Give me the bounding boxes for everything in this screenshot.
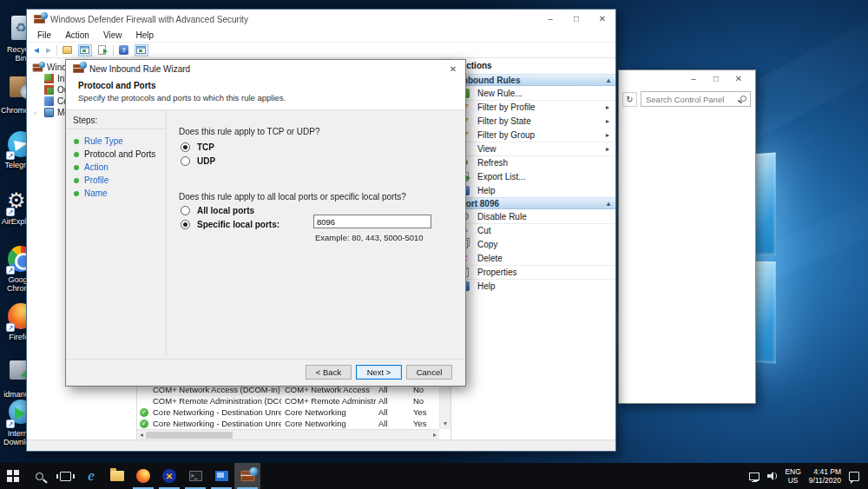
action-new-rule[interactable]: New Rule... bbox=[451, 86, 615, 100]
actions-title: Actions bbox=[451, 58, 615, 74]
action-export-list[interactable]: Export List... bbox=[451, 169, 615, 183]
action-label: Disable Rule bbox=[477, 212, 527, 221]
minimize-button[interactable]: – bbox=[537, 10, 563, 28]
close-button[interactable]: ✕ bbox=[727, 74, 750, 83]
enabled-check-icon: ✓ bbox=[140, 408, 148, 417]
action-filter-by-profile[interactable]: Filter by Profile ▸ bbox=[451, 100, 615, 114]
collapse-arrow-icon[interactable]: ▴ bbox=[607, 76, 610, 84]
scrollbar-thumb[interactable] bbox=[146, 432, 233, 439]
section-header-port-8096[interactable]: Port 8096 ▴ bbox=[451, 197, 615, 209]
specific-ports-input[interactable] bbox=[313, 215, 431, 228]
network-icon[interactable] bbox=[749, 472, 760, 480]
action-filter-by-group[interactable]: Filter by Group ▸ bbox=[451, 128, 615, 142]
radio-specific-local-ports[interactable]: Specific local ports: bbox=[181, 220, 279, 229]
action-delete[interactable]: ✕ Delete bbox=[451, 251, 615, 265]
taskbar-file-explorer[interactable] bbox=[104, 463, 130, 489]
help-button[interactable]: ? bbox=[117, 44, 131, 56]
menu-file[interactable]: File bbox=[30, 30, 58, 40]
radio-all-local-ports[interactable]: All local ports bbox=[181, 206, 254, 215]
rule-enabled: Yes bbox=[413, 419, 439, 428]
step-protocol-and-ports[interactable]: Protocol and Ports bbox=[66, 148, 166, 161]
menu-help[interactable]: Help bbox=[128, 30, 161, 40]
radio-button-icon[interactable] bbox=[181, 220, 190, 229]
horizontal-scrollbar[interactable]: ◂ ▸ bbox=[137, 429, 439, 439]
close-icon[interactable]: ✕ bbox=[441, 64, 465, 74]
scroll-down-arrow[interactable]: ▾ bbox=[440, 419, 450, 429]
language-indicator[interactable]: ENG US bbox=[785, 467, 800, 485]
table-row[interactable]: ✓ Core Networking - Destination Unreacha… bbox=[137, 418, 439, 429]
step-label: Profile bbox=[84, 175, 108, 185]
question-ports: Does this rule apply to all local ports … bbox=[179, 192, 406, 202]
help-icon: ? bbox=[119, 45, 128, 55]
maximize-button[interactable]: □ bbox=[563, 10, 589, 28]
directx-icon: ✕ bbox=[162, 469, 176, 483]
action-filter-by-state[interactable]: Filter by State ▸ bbox=[451, 114, 615, 128]
back-button[interactable]: ◄ bbox=[32, 45, 41, 55]
forward-button[interactable]: ► bbox=[44, 45, 53, 55]
cancel-button[interactable]: Cancel bbox=[406, 365, 452, 380]
action-refresh[interactable]: ↻ Refresh bbox=[451, 155, 615, 169]
start-button[interactable] bbox=[0, 463, 26, 489]
monitoring-icon bbox=[44, 108, 54, 117]
speaker-icon[interactable] bbox=[767, 472, 777, 480]
taskbar-command-prompt[interactable]: >_ bbox=[182, 463, 208, 489]
action-help[interactable]: ? Help bbox=[451, 183, 615, 197]
show-console-tree-button[interactable] bbox=[78, 44, 92, 56]
next-button[interactable]: Next > bbox=[356, 365, 402, 380]
step-label: Action bbox=[84, 162, 108, 172]
wizard-icon bbox=[73, 64, 84, 73]
up-one-level-button[interactable] bbox=[61, 44, 75, 56]
minimize-button[interactable]: – bbox=[682, 74, 705, 83]
expand-arrow-icon[interactable]: › bbox=[34, 109, 41, 117]
step-name[interactable]: Name bbox=[66, 187, 166, 200]
radio-button-icon[interactable] bbox=[181, 142, 190, 152]
taskbar-photos-app[interactable] bbox=[208, 463, 234, 489]
export-page-icon bbox=[98, 45, 106, 55]
step-action[interactable]: Action bbox=[66, 161, 166, 174]
back-button[interactable]: < Back bbox=[306, 365, 352, 380]
collapse-arrow-icon[interactable]: ▴ bbox=[607, 200, 610, 208]
action-copy[interactable]: Copy bbox=[451, 237, 615, 251]
close-button[interactable]: ✕ bbox=[589, 10, 615, 28]
step-rule-type[interactable]: Rule Type bbox=[66, 135, 166, 148]
refresh-button[interactable]: ↻ bbox=[622, 92, 637, 107]
action-disable-rule[interactable]: Disable Rule bbox=[451, 209, 615, 223]
maximize-button[interactable]: □ bbox=[705, 74, 727, 83]
submenu-arrow-icon: ▸ bbox=[606, 145, 609, 153]
wizard-header: Protocol and Ports Specify the protocols… bbox=[66, 77, 465, 110]
export-list-button[interactable] bbox=[95, 44, 109, 56]
action-cut[interactable]: ✂ Cut bbox=[451, 223, 615, 237]
step-bullet-icon bbox=[74, 191, 79, 196]
outbound-rules-icon bbox=[44, 85, 54, 95]
step-label: Rule Type bbox=[84, 136, 123, 146]
action-properties[interactable]: Properties bbox=[451, 265, 615, 279]
rule-enabled: Yes bbox=[413, 407, 439, 417]
action-help-2[interactable]: ? Help bbox=[451, 279, 615, 293]
up-level-icon bbox=[62, 46, 72, 54]
clock[interactable]: 4:41 PM 9/11/2020 bbox=[809, 467, 841, 485]
table-row[interactable]: COM+ Remote Administration (DCOM-In) COM… bbox=[137, 395, 439, 406]
radio-tcp[interactable]: TCP bbox=[181, 142, 214, 152]
table-row[interactable]: ✓ Core Networking - Destination Unreacha… bbox=[137, 406, 439, 418]
search-input[interactable] bbox=[641, 92, 750, 106]
search-icon[interactable] bbox=[740, 96, 746, 102]
show-action-pane-button[interactable] bbox=[135, 44, 148, 56]
radio-button-icon[interactable] bbox=[181, 156, 190, 166]
shortcut-arrow-icon: ↗ bbox=[6, 323, 15, 332]
action-center-icon[interactable] bbox=[849, 472, 859, 481]
radio-udp[interactable]: UDP bbox=[181, 156, 215, 166]
menu-action[interactable]: Action bbox=[58, 30, 96, 40]
step-profile[interactable]: Profile bbox=[66, 174, 166, 187]
taskbar-internet-explorer[interactable]: e bbox=[78, 463, 104, 489]
step-bullet-icon bbox=[74, 152, 79, 157]
wizard-title-bar: New Inbound Rule Wizard ✕ bbox=[66, 60, 465, 77]
radio-button-icon[interactable] bbox=[181, 206, 190, 215]
taskbar-search-button[interactable] bbox=[26, 463, 52, 489]
taskbar-directx-app[interactable]: ✕ bbox=[156, 463, 182, 489]
taskbar-firefox[interactable] bbox=[130, 463, 156, 489]
action-view[interactable]: View ▸ bbox=[451, 142, 615, 155]
menu-view[interactable]: View bbox=[96, 30, 129, 40]
task-view-button[interactable] bbox=[52, 463, 78, 489]
taskbar-firewall-app[interactable] bbox=[234, 463, 260, 489]
section-header-inbound-rules[interactable]: Inbound Rules ▴ bbox=[451, 74, 615, 86]
